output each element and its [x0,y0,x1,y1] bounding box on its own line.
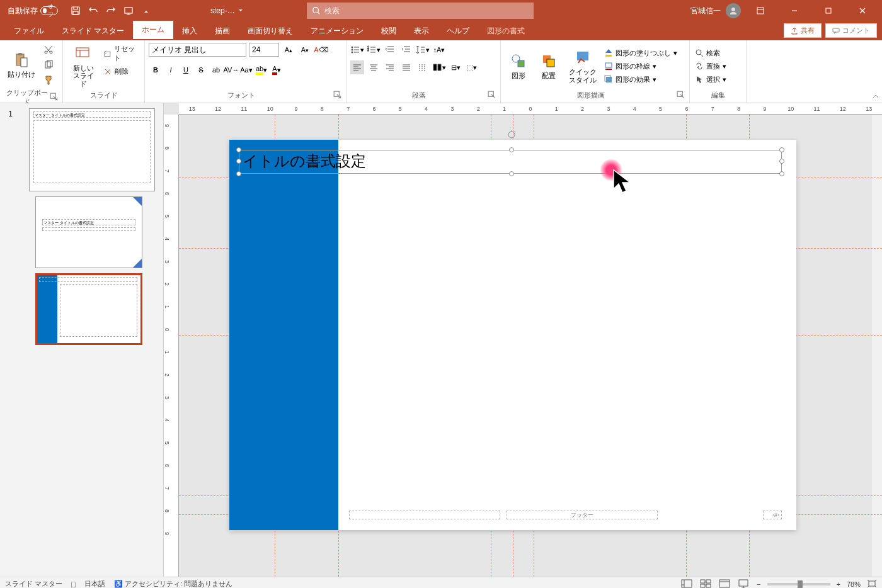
change-case-button[interactable]: Aa▾ [239,63,253,77]
selection-handle[interactable] [236,159,241,164]
tab-insert[interactable]: 挿入 [173,22,206,40]
select-button[interactable]: 選択 ▾ [694,74,742,86]
toggle-switch[interactable]: オフ [40,6,58,15]
font-size-input[interactable] [249,43,279,57]
page-number-placeholder[interactable]: ‹#› [763,511,782,519]
blue-rectangle-shape[interactable] [229,140,338,530]
strikethrough-button[interactable]: S [194,63,208,77]
ribbon-display-button[interactable] [746,1,775,20]
align-center-button[interactable] [367,60,381,74]
tab-slide-master[interactable]: スライド マスター [53,22,133,40]
delete-button[interactable]: 削除 [102,65,140,77]
accessibility-status[interactable]: ♿ アクセシビリティ: 問題ありません [114,579,232,588]
tab-file[interactable]: ファイル [5,22,53,40]
selection-handle[interactable] [236,171,241,176]
selection-handle[interactable] [779,171,784,176]
zoom-in-button[interactable]: + [837,580,840,588]
slide-canvas[interactable]: イトルの書式設定 フッター ‹#› [229,140,796,530]
drawing-launcher[interactable] [677,91,685,99]
tab-home[interactable]: ホーム [133,21,173,40]
tab-draw[interactable]: 描画 [206,22,239,40]
bullets-button[interactable]: ▾ [350,43,364,57]
shape-effects-button[interactable]: 図形の効果 ▾ [603,74,679,86]
font-name-input[interactable] [149,43,246,57]
tab-help[interactable]: ヘルプ [438,22,478,40]
reading-view-button[interactable] [719,579,731,589]
tab-review[interactable]: 校閲 [372,22,405,40]
find-button[interactable]: 検索 [694,47,742,59]
thumbnail-panel[interactable]: 1 マスター タイトルの書式設定 マスター タイトルの書式設定 [0,103,164,577]
align-left-button[interactable] [350,60,364,74]
align-right-button[interactable] [383,60,397,74]
selection-handle[interactable] [509,171,514,176]
arrange-button[interactable]: 配置 [535,43,563,89]
zoom-level[interactable]: 78% [847,580,861,588]
clipboard-launcher[interactable] [50,93,59,101]
search-input[interactable] [324,6,529,15]
justify-button[interactable] [399,60,413,74]
collapse-ribbon-button[interactable] [872,93,879,100]
columns-button[interactable]: ▾ [432,60,446,74]
layout-thumbnail-2[interactable] [35,273,142,345]
slideshow-view-button[interactable] [738,579,750,589]
shape-outline-button[interactable]: 図形の枠線 ▾ [603,60,679,72]
char-spacing-button[interactable]: AV↔ [224,63,238,77]
align-text-button[interactable]: ⊟▾ [449,60,462,74]
maximize-button[interactable] [814,1,843,20]
language-label[interactable]: 日本語 [84,579,105,588]
footer-placeholder[interactable]: フッター [507,511,658,519]
paste-button[interactable]: 貼り付け [4,43,39,87]
line-spacing-button[interactable]: ▾ [416,43,430,57]
shapes-button[interactable]: 図形 [505,43,532,89]
user-avatar[interactable] [726,3,741,18]
clear-format-button[interactable]: A⌫ [314,43,328,57]
cut-button[interactable] [42,43,55,57]
date-placeholder[interactable] [349,511,500,519]
tab-view[interactable]: 表示 [405,22,438,40]
paragraph-launcher[interactable] [488,91,496,99]
shadow-button[interactable]: ab [209,63,223,77]
slideshow-button[interactable] [121,3,136,18]
text-direction-button[interactable]: ↕A▾ [432,43,446,57]
zoom-out-button[interactable]: − [757,580,760,588]
selection-handle[interactable] [779,159,784,164]
sorter-view-button[interactable] [700,579,713,589]
selection-handle[interactable] [779,147,784,152]
highlight-button[interactable]: ab▾ [255,63,268,77]
vertical-ruler[interactable]: 9876543210123456789 [164,115,179,577]
reset-button[interactable]: リセット [102,43,140,64]
minimize-button[interactable] [780,1,809,20]
comment-button[interactable]: コメント [825,23,877,38]
tab-shape-format[interactable]: 図形の書式 [478,22,534,40]
master-thumbnail[interactable]: マスター タイトルの書式設定 [29,108,155,191]
font-launcher[interactable] [333,91,342,99]
selection-handle[interactable] [509,147,514,152]
rotation-handle[interactable] [507,130,517,140]
smartart-button[interactable]: ⬚▾ [465,60,479,74]
title-placeholder[interactable]: イトルの書式設定 [239,150,782,174]
numbering-button[interactable]: 12▾ [367,43,381,57]
accessibility-checker-icon[interactable]: ⎕ [71,580,76,588]
close-window-button[interactable] [848,1,877,20]
undo-button[interactable] [86,3,101,18]
format-painter-button[interactable] [42,73,55,87]
shape-fill-button[interactable]: 図形の塗りつぶし ▾ [603,47,679,59]
filename-dropdown-icon[interactable] [238,8,244,14]
zoom-slider-thumb[interactable] [798,580,803,588]
replace-button[interactable]: 置換 ▾ [694,60,742,72]
share-button[interactable]: 共有 [784,23,822,38]
quick-styles-button[interactable]: クイック スタイル [565,43,600,89]
font-color-button[interactable]: A▾ [270,63,284,77]
horizontal-ruler[interactable]: 13121110987654321012345678910111213 [179,103,882,115]
underline-button[interactable]: U [179,63,193,77]
canvas-area[interactable]: イトルの書式設定 フッター ‹#› [179,115,882,577]
fit-to-window-button[interactable] [867,579,877,589]
layout-thumbnail-1[interactable]: マスター タイトルの書式設定 [35,196,142,268]
autosave-toggle[interactable]: 自動保存 オフ [3,6,63,16]
distribute-button[interactable] [416,60,430,74]
italic-button[interactable]: I [164,63,178,77]
new-slide-button[interactable]: 新しい スライド [67,43,100,89]
redo-button[interactable] [103,3,118,18]
save-button[interactable] [68,3,83,18]
zoom-slider[interactable] [767,583,830,585]
